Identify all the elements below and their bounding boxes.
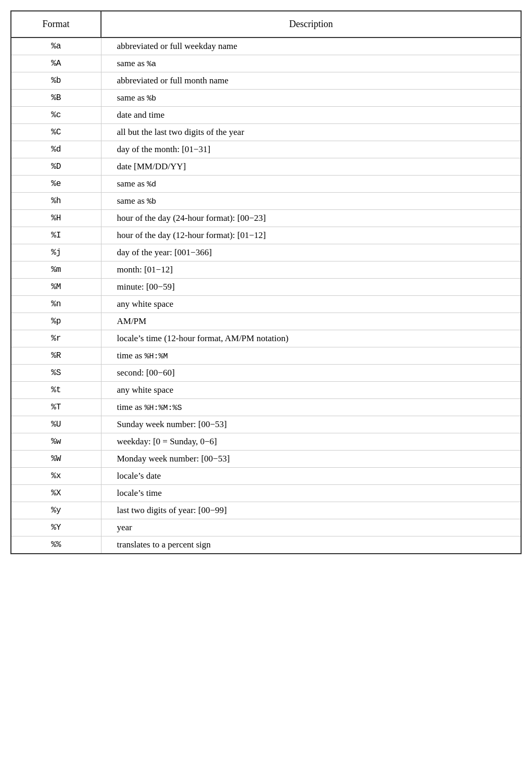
format-cell: %C [11,124,101,141]
format-table: Format Description %aabbreviated or full… [11,11,521,553]
description-cell: locale’s time [101,485,521,502]
format-cell: %r [11,330,101,347]
format-cell: %m [11,261,101,279]
table-row: %dday of the month: [01−31] [11,141,521,158]
table-row: %Mminute: [00−59] [11,279,521,296]
format-cell: %M [11,279,101,296]
description-cell: last two digits of year: [00−99] [101,502,521,519]
description-cell: hour of the day (24-hour format): [00−23… [101,210,521,227]
description-cell: Sunday week number: [00−53] [101,416,521,433]
table-row: %mmonth: [01−12] [11,261,521,279]
format-column-header: Format [11,11,101,38]
description-cell: same as %b [101,193,521,210]
description-cell: time as %H:%M [101,347,521,365]
table-row: %Xlocale’s time [11,485,521,502]
description-cell: locale’s date [101,468,521,485]
mono-text: %b [147,197,156,206]
format-cell: %p [11,313,101,330]
description-cell: same as %d [101,176,521,193]
table-row: %xlocale’s date [11,468,521,485]
table-row: %pAM/PM [11,313,521,330]
description-cell: same as %b [101,90,521,107]
description-cell: date and time [101,107,521,124]
format-cell: %w [11,433,101,451]
table-row: %cdate and time [11,107,521,124]
mono-text: %H:%M:%S [144,404,182,413]
table-row: %WMonday week number: [00−53] [11,451,521,468]
format-cell: %B [11,90,101,107]
description-cell: all but the last two digits of the year [101,124,521,141]
description-cell: year [101,519,521,536]
description-cell: Monday week number: [00−53] [101,451,521,468]
description-cell: hour of the day (12-hour format): [01−12… [101,227,521,244]
description-cell: month: [01−12] [101,261,521,279]
format-cell: %% [11,536,101,554]
description-cell: same as %a [101,55,521,72]
table-row: %babbreviated or full month name [11,72,521,90]
table-row: %jday of the year: [001−366] [11,244,521,261]
table-header-row: Format Description [11,11,521,38]
table-row: %esame as %d [11,176,521,193]
table-row: %Rtime as %H:%M [11,347,521,365]
description-cell: second: [00−60] [101,365,521,382]
format-cell: %A [11,55,101,72]
table-row: %Ihour of the day (12-hour format): [01−… [11,227,521,244]
description-cell: time as %H:%M:%S [101,399,521,416]
mono-text: %d [147,180,156,189]
mono-text: %a [147,60,156,69]
format-cell: %b [11,72,101,90]
format-cell: %W [11,451,101,468]
format-cell: %t [11,382,101,399]
format-cell: %h [11,193,101,210]
format-cell: %d [11,141,101,158]
table-row: %wweekday: [0 = Sunday, 0−6] [11,433,521,451]
table-row: %nany white space [11,296,521,313]
table-row: %Call but the last two digits of the yea… [11,124,521,141]
description-cell: day of the year: [001−366] [101,244,521,261]
table-row: %tany white space [11,382,521,399]
table-row: %Ddate [MM/DD/YY] [11,158,521,176]
mono-text: %b [147,94,156,103]
table-row: %aabbreviated or full weekday name [11,38,521,55]
table-row: %hsame as %b [11,193,521,210]
description-cell: any white space [101,382,521,399]
format-cell: %U [11,416,101,433]
format-cell: %y [11,502,101,519]
format-cell: %a [11,38,101,55]
description-cell: date [MM/DD/YY] [101,158,521,176]
format-cell: %n [11,296,101,313]
table-body: %aabbreviated or full weekday name%Asame… [11,38,521,553]
format-cell: %j [11,244,101,261]
format-cell: %R [11,347,101,365]
mono-text: %H:%M [144,352,168,361]
format-cell: %H [11,210,101,227]
description-cell: minute: [00−59] [101,279,521,296]
description-cell: weekday: [0 = Sunday, 0−6] [101,433,521,451]
format-cell: %e [11,176,101,193]
description-cell: AM/PM [101,313,521,330]
description-cell: translates to a percent sign [101,536,521,554]
table-row: %Ttime as %H:%M:%S [11,399,521,416]
format-cell: %x [11,468,101,485]
table-row: %Bsame as %b [11,90,521,107]
format-cell: %S [11,365,101,382]
table-row: %Hhour of the day (24-hour format): [00−… [11,210,521,227]
table-row: %%translates to a percent sign [11,536,521,554]
format-cell: %I [11,227,101,244]
description-column-header: Description [101,11,521,38]
format-cell: %Y [11,519,101,536]
table-row: %Ssecond: [00−60] [11,365,521,382]
table-row: %rlocale’s time (12-hour format, AM/PM n… [11,330,521,347]
format-cell: %c [11,107,101,124]
format-table-container: Format Description %aabbreviated or full… [10,10,522,554]
description-cell: day of the month: [01−31] [101,141,521,158]
format-cell: %T [11,399,101,416]
format-cell: %X [11,485,101,502]
table-row: %Asame as %a [11,55,521,72]
description-cell: abbreviated or full weekday name [101,38,521,55]
table-row: %ylast two digits of year: [00−99] [11,502,521,519]
table-row: %USunday week number: [00−53] [11,416,521,433]
description-cell: locale’s time (12-hour format, AM/PM not… [101,330,521,347]
format-cell: %D [11,158,101,176]
description-cell: any white space [101,296,521,313]
